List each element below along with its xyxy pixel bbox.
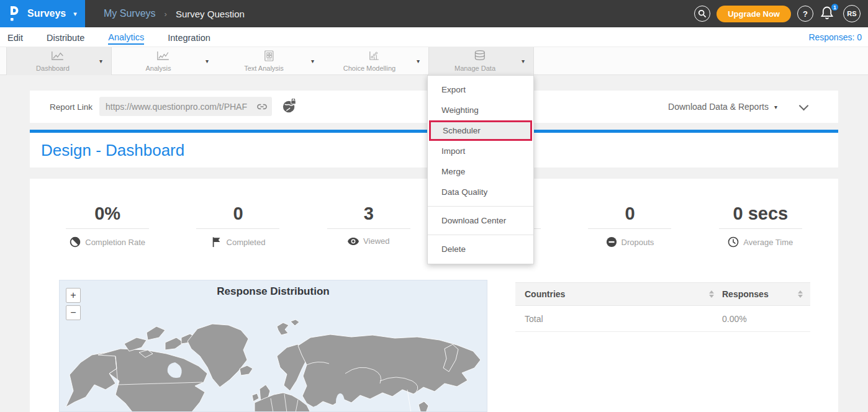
nav-tab-edit[interactable]: Edit [7,30,23,44]
menu-item-download-center[interactable]: Download Center [428,210,533,231]
breadcrumb-current: Survey Question [176,9,245,19]
chevron-down-icon[interactable]: ▾ [522,57,525,64]
response-distribution-map[interactable]: Response Distribution + − [59,280,487,412]
flag-icon [211,236,222,248]
tab-label: Text Analysis [217,65,310,72]
stat-value: 3 [304,202,434,225]
tab-choice-modelling[interactable]: Choice Modelling ▾ [323,47,428,75]
menu-item-weighting[interactable]: Weighting [428,100,533,120]
menu-item-import[interactable]: Import [428,141,533,161]
stat-label: Completion Rate [85,238,145,247]
tab-label: Manage Data [429,65,521,72]
line-chart-icon [51,50,65,61]
questionpro-dashboard: Surveys ▾ My Surveys › Survey Question U… [0,0,868,412]
database-icon [472,50,487,62]
responses-count: Responses: 0 [808,27,862,47]
tab-dashboard[interactable]: Dashboard ▾ [6,47,112,75]
menu-item-export[interactable]: Export [428,79,533,100]
stat-value: 0% [42,202,173,225]
stat-label: Average Time [743,238,793,247]
document-grid-icon [262,50,276,61]
clock-icon [728,236,739,248]
help-button[interactable]: ? [797,6,813,22]
column-responses[interactable]: Responses [722,289,769,299]
breadcrumb: My Surveys › Survey Question [104,0,245,27]
surveys-menu-button[interactable]: Surveys ▾ [0,0,85,27]
manage-data-dropdown: Export Weighting Scheduler Import Merge … [427,75,534,264]
analytics-toolbar: Dashboard ▾ Analysis ▾ Text Analysis ▾ [0,47,868,75]
link-icon[interactable] [256,101,268,113]
menu-item-scheduler[interactable]: Scheduler [429,120,532,141]
stat-value: 0 [564,202,695,225]
tab-text-analysis[interactable]: Text Analysis ▾ [217,47,323,75]
questionpro-logo-icon [9,5,21,22]
row-country: Total [525,314,543,324]
map-zoom-out-button[interactable]: − [66,305,81,320]
stat-label: Completed [227,238,266,247]
survey-section-nav: Edit Distribute Analytics Integration Re… [0,27,868,47]
nav-tab-analytics[interactable]: Analytics [108,30,144,45]
menu-separator [428,235,533,235]
notification-badge: 1 [830,2,839,12]
stat-value: 0 secs [695,202,826,225]
stat-value: 0 [173,202,303,225]
search-icon [698,9,707,18]
nav-tab-integration[interactable]: Integration [168,30,210,44]
column-countries[interactable]: Countries [525,289,565,299]
menu-item-delete[interactable]: Delete [428,239,533,259]
collapse-chevron-icon[interactable] [799,101,809,111]
menu-item-data-quality[interactable]: Data Quality [428,182,533,202]
topbar-actions: Upgrade Now ? 1 RS [694,0,861,27]
tab-label: Dashboard [7,65,99,72]
upgrade-now-button[interactable]: Upgrade Now [717,6,791,22]
stat-completed: 0 Completed [173,202,303,248]
top-navbar: Surveys ▾ My Surveys › Survey Question U… [0,0,868,27]
download-data-reports-dropdown[interactable]: Download Data & Reports ▾ [668,91,777,123]
row-responses: 0.00% [722,314,747,324]
globe-lock-icon[interactable] [282,99,297,114]
page-title: Design - Dashboard [41,133,184,168]
tab-label: Choice Modelling [323,65,416,72]
table-row: Total 0.00% [515,306,810,332]
chevron-down-icon: ▾ [73,10,77,18]
tab-manage-data[interactable]: Manage Data ▾ [428,47,534,75]
sort-icon[interactable] [709,290,714,298]
breadcrumb-separator: › [165,9,167,19]
world-map [60,280,487,412]
avatar[interactable]: RS [843,5,861,22]
stat-completion-rate: 0% Completion Rate [42,202,173,248]
map-title: Response Distribution [60,285,487,298]
menu-separator [428,206,533,207]
tab-analysis[interactable]: Analysis ▾ [112,47,217,75]
menu-item-merge[interactable]: Merge [428,161,533,182]
stat-viewed: 3 Viewed [304,202,434,248]
help-label: ? [803,9,808,19]
chevron-down-icon[interactable]: ▾ [311,57,314,64]
line-chart-icon [156,50,170,61]
download-data-reports-label: Download Data & Reports [668,102,769,112]
stat-dropouts: 0 Dropouts [564,202,695,248]
chevron-down-icon[interactable]: ▾ [206,57,209,64]
brand-label: Surveys [27,8,66,19]
map-zoom-in-button[interactable]: + [66,288,81,303]
report-url-input[interactable] [99,102,256,112]
scatter-chart-icon [368,50,381,61]
stat-label: Viewed [363,236,389,246]
stat-average-time: 0 secs Average Time [695,202,826,248]
search-button[interactable] [694,6,710,22]
chevron-down-icon[interactable]: ▾ [417,57,420,64]
nav-tab-distribute[interactable]: Distribute [47,30,84,44]
report-link-label: Report Link [50,91,93,123]
report-url-box [99,97,272,116]
breadcrumb-my-surveys[interactable]: My Surveys [104,8,156,19]
minus-circle-icon [606,236,617,248]
countries-table: Countries Responses Total 0.00% [515,282,810,332]
chevron-down-icon[interactable]: ▾ [99,57,102,64]
notifications-button[interactable]: 1 [820,5,837,22]
eye-icon [348,237,359,246]
chevron-down-icon: ▾ [774,104,777,110]
avatar-initials: RS [847,10,856,17]
table-header: Countries Responses [515,282,810,306]
half-circle-icon [70,236,81,248]
sort-icon[interactable] [798,290,803,298]
